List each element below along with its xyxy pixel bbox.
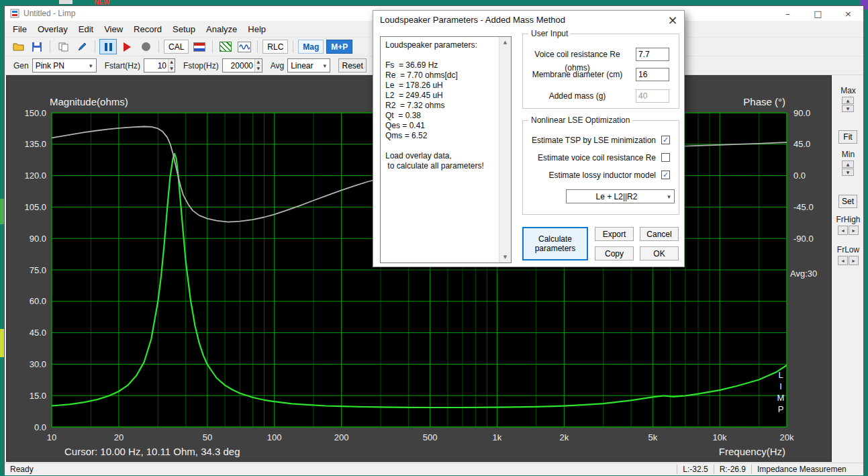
- max-down-button[interactable]: ▼: [842, 105, 854, 112]
- copy-icon: [58, 42, 68, 52]
- menu-analyze[interactable]: Analyze: [201, 21, 242, 37]
- frlow-right-button[interactable]: ▸: [849, 256, 859, 265]
- mag-button[interactable]: Mag: [298, 40, 324, 54]
- estimate-tsp-checkbox[interactable]: ✓: [661, 136, 670, 144]
- fstop-input[interactable]: ▲▼: [222, 58, 262, 73]
- frhigh-arrows: ◂ ▸: [838, 226, 859, 235]
- generator-select[interactable]: Pink PN ▾: [32, 58, 97, 73]
- check-icon: ✓: [662, 136, 669, 144]
- re-input[interactable]: [636, 48, 669, 61]
- open-button[interactable]: [9, 39, 27, 54]
- menu-view[interactable]: View: [99, 21, 128, 37]
- results-line: L2 = 249.45 uH: [385, 91, 497, 101]
- avg-select[interactable]: Linear ▾: [287, 58, 330, 73]
- max-up-button[interactable]: ▲: [842, 97, 854, 104]
- pen-button[interactable]: [73, 39, 91, 54]
- frequency-axis-title: Frequency(Hz): [719, 446, 785, 457]
- svg-text:150.0: 150.0: [24, 108, 46, 118]
- flag-button[interactable]: [191, 39, 208, 54]
- lossy-inductor-checkbox[interactable]: ✓: [661, 171, 670, 179]
- svg-text:-45.0: -45.0: [793, 202, 814, 212]
- check-row: Estimate voice coil resistance Re ✓: [523, 153, 679, 162]
- menu-file[interactable]: File: [7, 21, 32, 37]
- cal-button[interactable]: CAL: [164, 40, 189, 54]
- added-mass-field-row: Added mass (g): [523, 89, 679, 103]
- svg-text:200: 200: [334, 432, 349, 442]
- spin-up-icon[interactable]: ▲: [255, 59, 262, 66]
- menu-edit[interactable]: Edit: [73, 21, 99, 37]
- scroll-down-button[interactable]: ▼: [499, 252, 511, 263]
- frlow-left-button[interactable]: ◂: [838, 256, 848, 265]
- re-field-row: Voice coil resistance Re (ohms): [523, 48, 679, 61]
- loudspeaker-parameters-dialog: Loudspeaker Parameters - Added Mass Meth…: [373, 10, 685, 267]
- diameter-input[interactable]: [636, 68, 669, 81]
- minimize-button[interactable]: –: [773, 6, 803, 21]
- inductor-model-select[interactable]: Le + L2||R2 ▾: [566, 189, 675, 203]
- spin-down-icon[interactable]: ▼: [168, 66, 175, 72]
- ok-button[interactable]: OK: [640, 246, 679, 260]
- waveform-button[interactable]: [236, 39, 253, 54]
- svg-text:0.0: 0.0: [793, 171, 806, 181]
- menu-setup[interactable]: Setup: [167, 21, 201, 37]
- rlc-button[interactable]: RLC: [262, 40, 288, 54]
- lse-group-label: Nonlinear LSE Optimization: [528, 115, 632, 125]
- svg-text:15.0: 15.0: [30, 391, 46, 401]
- spin-up-icon[interactable]: ▲: [168, 59, 175, 66]
- set-button[interactable]: Set: [838, 195, 857, 208]
- added-mass-input: [636, 89, 669, 103]
- pause-button[interactable]: [99, 39, 117, 54]
- play-icon: [124, 42, 131, 52]
- dialog-title: Loudspeaker Parameters - Added Mass Meth…: [373, 11, 684, 29]
- max-label: Max: [833, 86, 863, 95]
- results-scrollbar[interactable]: ▲ ▼: [499, 37, 511, 263]
- svg-text:45.0: 45.0: [30, 328, 46, 338]
- stop-button[interactable]: [137, 39, 154, 54]
- frhigh-left-button[interactable]: ◂: [838, 226, 848, 235]
- svg-text:-90.0: -90.0: [793, 234, 814, 244]
- status-bar: Ready L:-32.5 R:-26.9 Impedance Measurem…: [5, 463, 863, 475]
- toolbar-separator: [50, 40, 50, 53]
- save-button[interactable]: [28, 39, 46, 54]
- close-button[interactable]: ×: [833, 6, 863, 21]
- screen: NEW Untitled - Limp – □ × File Overlay E…: [0, 0, 868, 476]
- signal-generator-icon: [220, 42, 232, 52]
- min-up-button[interactable]: ▲: [842, 160, 854, 168]
- pause-icon: [105, 43, 112, 51]
- calculate-parameters-button[interactable]: Calculate parameters: [522, 227, 588, 260]
- maximize-button[interactable]: □: [803, 6, 833, 21]
- reset-button[interactable]: Reset: [338, 58, 367, 73]
- min-down-button[interactable]: ▼: [842, 169, 854, 176]
- estimate-re-checkbox[interactable]: ✓: [661, 153, 670, 162]
- menu-help[interactable]: Help: [242, 21, 271, 37]
- results-box[interactable]: Loudspeaker parameters: Fs = 36.69 Hz Re…: [380, 36, 512, 263]
- results-line: Load overlay data,: [385, 151, 497, 161]
- cancel-button[interactable]: Cancel: [640, 227, 679, 241]
- magnitude-axis-title: Magnitude(ohms): [50, 96, 128, 107]
- fstart-input[interactable]: ▲▼: [144, 58, 175, 73]
- play-button[interactable]: [118, 39, 136, 54]
- export-button[interactable]: Export: [595, 227, 634, 241]
- fstop-value[interactable]: [223, 59, 254, 72]
- chevron-down-icon: ▾: [86, 62, 96, 69]
- menu-overlay[interactable]: Overlay: [32, 21, 73, 37]
- mag-plus-phase-button[interactable]: M+P: [326, 40, 352, 54]
- toolbar-separator: [212, 40, 213, 53]
- generator-button[interactable]: [217, 39, 234, 54]
- min-label: Min: [833, 150, 863, 159]
- spin-down-icon[interactable]: ▼: [255, 66, 262, 72]
- avg-count: Avg:30: [790, 269, 817, 279]
- scale-controls: Max ▲ ▼ Fit Min ▲ ▼ Set FrHigh ◂ ▸ FrLow: [833, 75, 863, 462]
- menu-record[interactable]: Record: [128, 21, 167, 37]
- results-line: [385, 141, 497, 151]
- copy-button[interactable]: Copy: [595, 246, 634, 260]
- scroll-up-button[interactable]: ▲: [499, 37, 511, 48]
- fit-button[interactable]: Fit: [838, 130, 857, 144]
- dialog-close-button[interactable]: ×: [661, 11, 684, 29]
- waveform-icon: [238, 42, 251, 52]
- diameter-field-row: Membrane diameter (cm): [523, 68, 679, 81]
- results-line: to calculate all parameters!: [385, 161, 497, 171]
- frhigh-right-button[interactable]: ▸: [849, 226, 859, 235]
- copy-button[interactable]: [54, 39, 72, 54]
- svg-text:120.0: 120.0: [24, 171, 46, 181]
- fstart-value[interactable]: [144, 59, 168, 72]
